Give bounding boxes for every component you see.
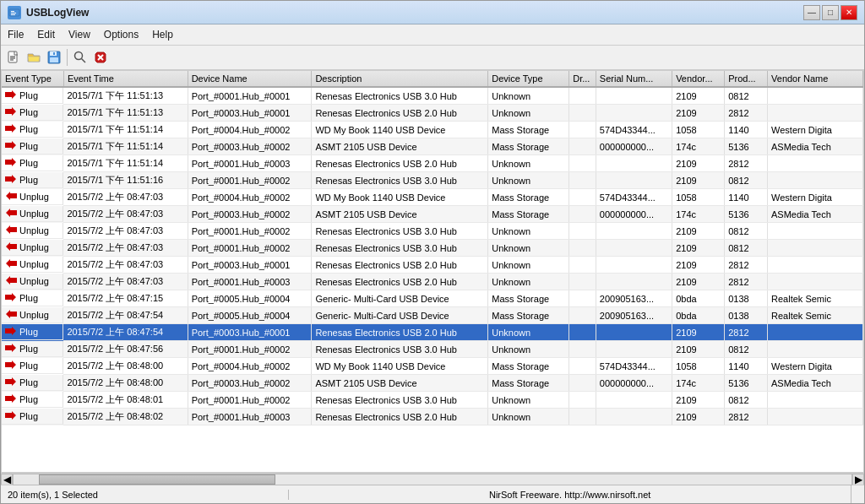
window-controls: — □ ✕: [803, 5, 857, 20]
horizontal-scrollbar[interactable]: ◀ ▶: [1, 473, 864, 485]
scroll-left-button[interactable]: ◀: [1, 474, 13, 485]
menu-file[interactable]: File: [1, 26, 30, 43]
cell-prod-id: 2812: [725, 409, 768, 425]
minimize-button[interactable]: —: [803, 5, 820, 20]
menu-options[interactable]: Options: [97, 26, 145, 43]
cell-dr: [569, 206, 596, 223]
table-row[interactable]: Unplug2015/7/2 上午 08:47:03Port_#0003.Hub…: [2, 206, 863, 223]
status-item-count: 20 item(s), 1 Selected: [1, 490, 289, 500]
cell-event-type: Plug: [2, 409, 63, 425]
svg-rect-1: [11, 11, 14, 12]
cell-event-time: 2015/7/2 上午 08:48:01: [63, 392, 188, 409]
col-header-serial[interactable]: Serial Num...: [596, 71, 672, 87]
col-header-vendor-id[interactable]: Vendor...: [672, 71, 725, 87]
table-row[interactable]: Plug2015/7/2 上午 08:48:00Port_#0003.Hub_#…: [2, 375, 863, 392]
cell-device-name: Port_#0001.Hub_#0002: [188, 392, 312, 409]
cell-vendor-id: 2109: [672, 341, 725, 358]
cell-event-time: 2015/7/2 上午 08:47:03: [63, 223, 188, 240]
cell-serial-num: 000000000...: [596, 138, 672, 155]
cell-description: WD My Book 1140 USB Device: [312, 122, 488, 138]
log-table: Event Type Event Time Device Name Descri…: [2, 71, 863, 425]
svg-marker-34: [5, 377, 16, 386]
cell-device-type: Unknown: [488, 87, 569, 105]
table-row[interactable]: Plug2015/7/1 下午 11:51:13Port_#0001.Hub_#…: [2, 87, 863, 105]
svg-marker-30: [6, 310, 17, 318]
cell-description: Generic- Multi-Card USB Device: [312, 290, 488, 307]
table-row[interactable]: Unplug2015/7/2 上午 08:47:03Port_#0001.Hub…: [2, 240, 863, 257]
new-button[interactable]: [4, 48, 23, 67]
col-header-device-type[interactable]: Device Type: [488, 71, 569, 87]
cell-description: Renesas Electronics USB 3.0 Hub: [312, 392, 488, 409]
menu-edit[interactable]: Edit: [30, 26, 62, 43]
col-header-event-time[interactable]: Event Time: [63, 71, 188, 87]
stop-button[interactable]: [91, 48, 110, 67]
svg-marker-27: [6, 259, 17, 268]
plug-icon: [5, 292, 17, 304]
col-header-vendor-name[interactable]: Vendor Name: [768, 71, 863, 87]
svg-marker-19: [5, 124, 16, 133]
table-row[interactable]: Plug2015/7/2 上午 08:48:00Port_#0004.Hub_#…: [2, 358, 863, 375]
search-button[interactable]: [71, 48, 90, 67]
cell-device-name: Port_#0001.Hub_#0001: [188, 87, 312, 105]
table-row[interactable]: Plug2015/7/2 上午 08:47:56Port_#0001.Hub_#…: [2, 341, 863, 358]
table-row[interactable]: Plug2015/7/2 上午 08:48:02Port_#0001.Hub_#…: [2, 409, 863, 425]
save-button[interactable]: [45, 48, 63, 67]
cell-device-type: Unknown: [488, 324, 569, 341]
col-header-prod-id[interactable]: Prod...: [725, 71, 768, 87]
table-row[interactable]: Unplug2015/7/2 上午 08:47:54Port_#0005.Hub…: [2, 307, 863, 324]
cell-event-time: 2015/7/2 上午 08:47:03: [63, 206, 188, 223]
col-header-device-name[interactable]: Device Name: [188, 71, 312, 87]
cell-prod-id: 2812: [725, 274, 768, 290]
scroll-thumb[interactable]: [39, 474, 275, 485]
cell-event-time: 2015/7/1 下午 11:51:14: [63, 122, 188, 138]
table-row[interactable]: Plug2015/7/1 下午 11:51:14Port_#0003.Hub_#…: [2, 138, 863, 155]
status-nirsoft: NirSoft Freeware. http://www.nirsoft.net: [289, 490, 851, 500]
table-row[interactable]: Plug2015/7/1 下午 11:51:14Port_#0004.Hub_#…: [2, 122, 863, 138]
table-row[interactable]: Unplug2015/7/2 上午 08:47:03Port_#0001.Hub…: [2, 274, 863, 290]
col-header-dr[interactable]: Dr...: [569, 71, 596, 87]
menu-view[interactable]: View: [62, 26, 97, 43]
table-row[interactable]: Plug2015/7/1 下午 11:51:14Port_#0001.Hub_#…: [2, 155, 863, 172]
cell-vendor-name: [768, 257, 863, 274]
col-header-event-type[interactable]: Event Type: [2, 71, 63, 87]
plug-icon: [5, 106, 17, 118]
svg-marker-36: [5, 411, 16, 420]
table-row[interactable]: Plug2015/7/2 上午 08:48:01Port_#0001.Hub_#…: [2, 392, 863, 409]
cell-event-type: Unplug: [2, 223, 63, 239]
svg-marker-31: [5, 327, 16, 335]
cell-event-time: 2015/7/2 上午 08:47:03: [63, 257, 188, 274]
log-table-container[interactable]: Event Type Event Time Device Name Descri…: [1, 70, 864, 473]
scroll-right-button[interactable]: ▶: [852, 474, 864, 485]
open-button[interactable]: [24, 48, 43, 67]
table-row[interactable]: Plug2015/7/1 下午 11:51:16Port_#0001.Hub_#…: [2, 172, 863, 189]
cell-description: ASMT 2105 USB Device: [312, 206, 488, 223]
table-row[interactable]: Unplug2015/7/2 上午 08:47:03Port_#0003.Hub…: [2, 257, 863, 274]
cell-event-time: 2015/7/2 上午 08:47:03: [63, 274, 188, 290]
cell-device-type: Unknown: [488, 257, 569, 274]
cell-device-type: Unknown: [488, 155, 569, 172]
cell-vendor-name: [768, 341, 863, 358]
maximize-button[interactable]: □: [822, 5, 839, 20]
table-row[interactable]: Plug2015/7/1 下午 11:51:13Port_#0003.Hub_#…: [2, 105, 863, 122]
cell-dr: [569, 172, 596, 189]
table-row[interactable]: Plug2015/7/2 上午 08:47:54Port_#0003.Hub_#…: [2, 324, 863, 341]
cell-vendor-name: [768, 223, 863, 240]
cell-event-type: Plug: [2, 375, 63, 391]
menu-help[interactable]: Help: [145, 26, 180, 43]
cell-vendor-name: [768, 392, 863, 409]
col-header-description[interactable]: Description: [312, 71, 488, 87]
cell-dr: [569, 341, 596, 358]
cell-vendor-name: ASMedia Tech: [768, 375, 863, 392]
cell-serial-num: 574D43344...: [596, 358, 672, 375]
table-row[interactable]: Plug2015/7/2 上午 08:47:15Port_#0005.Hub_#…: [2, 290, 863, 307]
cell-description: Renesas Electronics USB 2.0 Hub: [312, 155, 488, 172]
scroll-track[interactable]: [13, 474, 852, 485]
close-button[interactable]: ✕: [841, 5, 857, 20]
cell-vendor-name: ASMedia Tech: [768, 138, 863, 155]
svg-marker-28: [6, 276, 17, 285]
cell-device-name: Port_#0001.Hub_#0002: [188, 240, 312, 257]
table-row[interactable]: Unplug2015/7/2 上午 08:47:03Port_#0001.Hub…: [2, 223, 863, 240]
cell-vendor-id: 1058: [672, 189, 725, 206]
cell-vendor-name: Western Digita: [768, 358, 863, 375]
table-row[interactable]: Unplug2015/7/2 上午 08:47:03Port_#0004.Hub…: [2, 189, 863, 206]
